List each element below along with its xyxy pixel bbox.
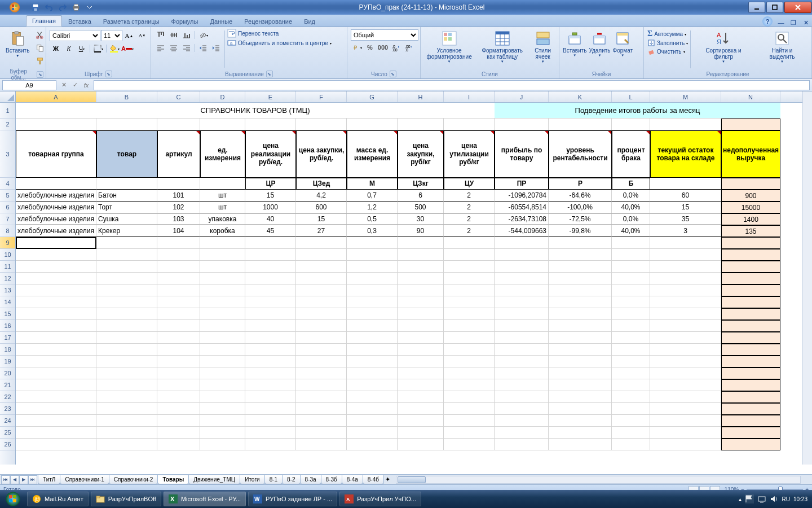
bold-icon[interactable]: Ж xyxy=(50,42,62,55)
row-header-23[interactable]: 23 xyxy=(0,403,15,415)
percent-icon[interactable]: % xyxy=(364,41,376,54)
format-as-table-button[interactable]: Форматировать как таблицу▼ xyxy=(475,28,529,65)
font-color-icon[interactable]: A▾ xyxy=(121,42,134,55)
cancel-formula-icon[interactable]: ✕ xyxy=(59,80,69,90)
sheet-nav-first-icon[interactable]: ⏮ xyxy=(1,475,10,484)
tab-formulas[interactable]: Формулы xyxy=(166,16,204,27)
decrease-decimal-icon[interactable]: ,00,0 xyxy=(403,41,415,54)
tab-insert[interactable]: Вставка xyxy=(63,16,97,27)
row-header-1[interactable]: 1 xyxy=(0,103,15,119)
decrease-font-icon[interactable]: A▼ xyxy=(136,29,148,42)
row-header-3[interactable]: 3 xyxy=(0,130,15,178)
col-header-E[interactable]: E xyxy=(245,91,296,102)
merge-center-button[interactable]: aОбъединить и поместить в центре▾ xyxy=(227,38,332,47)
font-launcher-icon[interactable]: ⬊ xyxy=(105,71,112,77)
row-header-11[interactable]: 11 xyxy=(0,261,15,273)
cut-icon[interactable] xyxy=(34,29,46,41)
sheet-tab[interactable]: Справочники-2 xyxy=(109,475,158,484)
select-all-corner[interactable] xyxy=(0,91,16,103)
row-header-12[interactable]: 12 xyxy=(0,273,15,284)
system-tray[interactable]: ▴ RU 10:23 xyxy=(739,494,812,503)
decrease-indent-icon[interactable] xyxy=(197,42,209,54)
tray-volume-icon[interactable] xyxy=(770,494,779,503)
dropdown-arrow-icon[interactable] xyxy=(96,239,96,248)
insert-cells-button[interactable]: Вставить▼ xyxy=(562,28,588,59)
taskbar-button[interactable]: РазрУчПрилВOff xyxy=(91,492,161,506)
align-left-icon[interactable] xyxy=(155,42,167,54)
sheet-tab[interactable]: Движение_ТМЦ xyxy=(188,475,240,484)
row-header-26[interactable]: 26 xyxy=(0,439,15,450)
underline-icon[interactable]: Ч▾ xyxy=(76,42,88,55)
find-select-button[interactable]: Найти и выделить▼ xyxy=(755,28,809,65)
col-header-L[interactable]: L xyxy=(612,91,650,102)
taskbar-button[interactable]: XMicrosoft Excel - РУ... xyxy=(164,492,246,506)
number-launcher-icon[interactable]: ⬊ xyxy=(390,71,396,77)
format-cells-button[interactable]: Формат▼ xyxy=(612,28,634,59)
sheet-tab[interactable]: Товары xyxy=(157,475,189,484)
qat-dropdown-icon[interactable] xyxy=(83,1,96,14)
tray-clock[interactable]: 10:23 xyxy=(793,496,807,502)
align-bottom-icon[interactable] xyxy=(180,29,193,41)
col-header-K[interactable]: K xyxy=(549,91,612,102)
sheet-tab[interactable]: ТитЛ xyxy=(38,475,60,484)
row-header-16[interactable]: 16 xyxy=(0,320,15,332)
sheet-tab[interactable]: Справочники-1 xyxy=(60,475,109,484)
row-header-2[interactable]: 2 xyxy=(0,119,15,130)
tab-home[interactable]: Главная xyxy=(26,15,62,27)
taskbar-button[interactable]: WРУПвО задание ЛР - ... xyxy=(248,492,337,506)
cell-styles-button[interactable]: Стили ячеек▼ xyxy=(529,28,557,65)
row-header-21[interactable]: 21 xyxy=(0,379,15,391)
column-headers[interactable]: ABCDEFGHIJKLMN xyxy=(16,91,802,103)
align-top-icon[interactable] xyxy=(155,29,167,41)
align-middle-icon[interactable] xyxy=(167,29,180,41)
horizontal-scrollbar[interactable] xyxy=(396,476,801,484)
increase-decimal-icon[interactable]: ,0,00 xyxy=(390,41,402,54)
paste-button[interactable]: Вставить▼ xyxy=(2,28,33,59)
workbook-restore-button[interactable]: ❐ xyxy=(788,19,798,27)
formula-input[interactable] xyxy=(94,80,810,90)
workbook-close-button[interactable]: ✕ xyxy=(801,19,811,27)
col-header-G[interactable]: G xyxy=(347,91,398,102)
alignment-launcher-icon[interactable]: ⬊ xyxy=(266,71,273,77)
number-format-select[interactable]: Общий xyxy=(351,29,418,41)
fx-icon[interactable]: fx xyxy=(81,80,91,90)
format-painter-icon[interactable] xyxy=(34,55,46,67)
close-button[interactable] xyxy=(784,2,811,13)
clipboard-launcher-icon[interactable]: ⬊ xyxy=(37,71,43,78)
font-name-select[interactable]: Calibri xyxy=(50,30,100,41)
row-header-13[interactable]: 13 xyxy=(0,284,15,296)
cells-area[interactable]: СПРАВОЧНИК ТОВАРОВ (ТМЦ)Подведение итого… xyxy=(16,103,802,465)
row-header-7[interactable]: 7 xyxy=(0,213,15,225)
row-header-6[interactable]: 6 xyxy=(0,202,15,213)
taskbar-button[interactable]: AРазрУчПрил УчПО... xyxy=(339,492,421,506)
col-header-H[interactable]: H xyxy=(398,91,444,102)
borders-icon[interactable]: ▾ xyxy=(92,42,104,55)
spreadsheet-grid[interactable]: ABCDEFGHIJKLMN 1234567891011121314151617… xyxy=(0,91,812,474)
qat-print-icon[interactable] xyxy=(70,1,82,14)
wrap-text-button[interactable]: Перенос текста xyxy=(227,29,332,38)
tab-view[interactable]: Вид xyxy=(298,16,321,27)
qat-undo-icon[interactable] xyxy=(43,1,55,14)
sheet-tab[interactable]: 8-4б xyxy=(363,475,384,484)
row-header-18[interactable]: 18 xyxy=(0,344,15,356)
fill-button[interactable]: Заполнить▾ xyxy=(647,39,688,47)
office-button[interactable] xyxy=(2,0,27,15)
tray-network-icon[interactable] xyxy=(757,494,766,503)
row-header-24[interactable]: 24 xyxy=(0,415,15,427)
orientation-icon[interactable]: ab▾ xyxy=(197,29,209,41)
taskbar-button[interactable]: @Mail.Ru Агент xyxy=(27,492,89,506)
row-header-15[interactable]: 15 xyxy=(0,308,15,320)
comma-icon[interactable]: 000 xyxy=(377,41,389,54)
tray-show-hidden-icon[interactable]: ▴ xyxy=(739,496,742,502)
sheet-tab[interactable]: 8-1 xyxy=(264,475,283,484)
sheet-nav-next-icon[interactable]: ▶ xyxy=(19,475,28,484)
col-header-F[interactable]: F xyxy=(296,91,347,102)
sheet-tab[interactable]: 8-4а xyxy=(342,475,363,484)
sheet-tab[interactable]: Итоги xyxy=(240,475,264,484)
increase-indent-icon[interactable] xyxy=(210,42,222,54)
tab-review[interactable]: Рецензирование xyxy=(239,16,298,27)
help-button[interactable]: ? xyxy=(762,16,773,27)
row-header-9[interactable]: 9 xyxy=(0,237,15,249)
qat-redo-icon[interactable] xyxy=(56,1,69,14)
currency-icon[interactable]: ₽▾ xyxy=(351,41,363,54)
